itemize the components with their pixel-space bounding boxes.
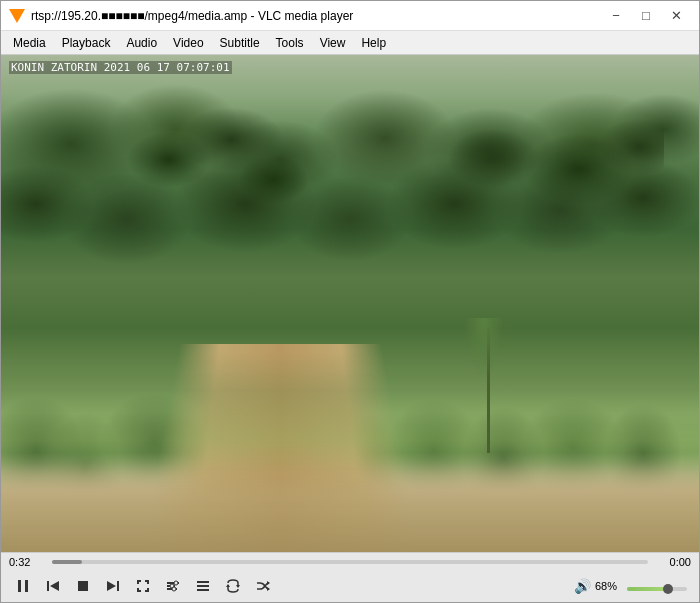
svg-rect-13 — [197, 581, 209, 583]
svg-marker-18 — [267, 587, 270, 591]
video-area[interactable]: KONIN ZATORIN 2021 06 17 07:07:01 — [1, 55, 699, 552]
playlist-button[interactable] — [189, 574, 217, 598]
video-frame: KONIN ZATORIN 2021 06 17 07:07:01 — [1, 55, 699, 552]
volume-knob — [663, 584, 673, 594]
extended-icon — [165, 578, 181, 594]
maximize-button[interactable]: □ — [631, 4, 661, 28]
window-title: rtsp://195.20.■■■■■■/mpeg4/media.amp - V… — [31, 9, 601, 23]
menu-bar: Media Playback Audio Video Subtitle Tool… — [1, 31, 699, 55]
window-controls: − □ ✕ — [601, 4, 691, 28]
next-icon — [105, 578, 121, 594]
menu-playback[interactable]: Playback — [54, 34, 119, 52]
buttons-row: 🔊 68% — [1, 571, 699, 602]
svg-marker-17 — [226, 584, 230, 587]
svg-marker-16 — [236, 585, 240, 588]
time-current: 0:32 — [9, 556, 44, 568]
previous-button[interactable] — [39, 574, 67, 598]
close-button[interactable]: ✕ — [661, 4, 691, 28]
svg-rect-15 — [197, 589, 209, 591]
volume-slider[interactable] — [627, 581, 687, 591]
playlist-icon — [195, 578, 211, 594]
loop-button[interactable] — [219, 574, 247, 598]
vlc-window: rtsp://195.20.■■■■■■/mpeg4/media.amp - V… — [0, 0, 700, 603]
menu-view[interactable]: View — [312, 34, 354, 52]
menu-subtitle[interactable]: Subtitle — [212, 34, 268, 52]
vlc-logo-icon — [9, 9, 25, 23]
extended-settings-button[interactable] — [159, 574, 187, 598]
svg-rect-1 — [25, 580, 28, 592]
controls-bar: 0:32 0:00 — [1, 552, 699, 602]
menu-media[interactable]: Media — [5, 34, 54, 52]
video-timestamp: KONIN ZATORIN 2021 06 17 07:07:01 — [9, 61, 232, 74]
prev-icon — [45, 578, 61, 594]
stop-button[interactable] — [69, 574, 97, 598]
menu-tools[interactable]: Tools — [268, 34, 312, 52]
svg-point-10 — [174, 581, 178, 585]
svg-rect-5 — [117, 581, 119, 591]
menu-video[interactable]: Video — [165, 34, 211, 52]
volume-percentage: 68% — [595, 580, 623, 592]
svg-rect-14 — [197, 585, 209, 587]
random-button[interactable] — [249, 574, 277, 598]
svg-marker-3 — [50, 581, 59, 591]
volume-bar-fill — [627, 587, 668, 591]
svg-marker-19 — [267, 581, 270, 585]
random-icon — [255, 578, 271, 594]
menu-audio[interactable]: Audio — [118, 34, 165, 52]
progress-track[interactable] — [52, 560, 648, 564]
next-button[interactable] — [99, 574, 127, 598]
pause-icon — [15, 578, 31, 594]
svg-marker-6 — [107, 581, 116, 591]
progress-fill — [52, 560, 82, 564]
volume-icon[interactable]: 🔊 — [574, 578, 591, 594]
stop-icon — [75, 578, 91, 594]
play-pause-button[interactable] — [9, 574, 37, 598]
minimize-button[interactable]: − — [601, 4, 631, 28]
svg-point-12 — [172, 587, 176, 591]
fullscreen-icon — [135, 578, 151, 594]
svg-rect-4 — [78, 581, 88, 591]
volume-area: 🔊 68% — [574, 578, 687, 594]
road-element — [141, 344, 420, 552]
svg-rect-0 — [18, 580, 21, 592]
tree-layer-dark — [1, 55, 699, 353]
progress-row: 0:32 0:00 — [1, 553, 699, 571]
menu-help[interactable]: Help — [353, 34, 394, 52]
title-bar: rtsp://195.20.■■■■■■/mpeg4/media.amp - V… — [1, 1, 699, 31]
svg-rect-2 — [47, 581, 49, 591]
time-total: 0:00 — [656, 556, 691, 568]
fullscreen-button[interactable] — [129, 574, 157, 598]
loop-icon — [225, 578, 241, 594]
